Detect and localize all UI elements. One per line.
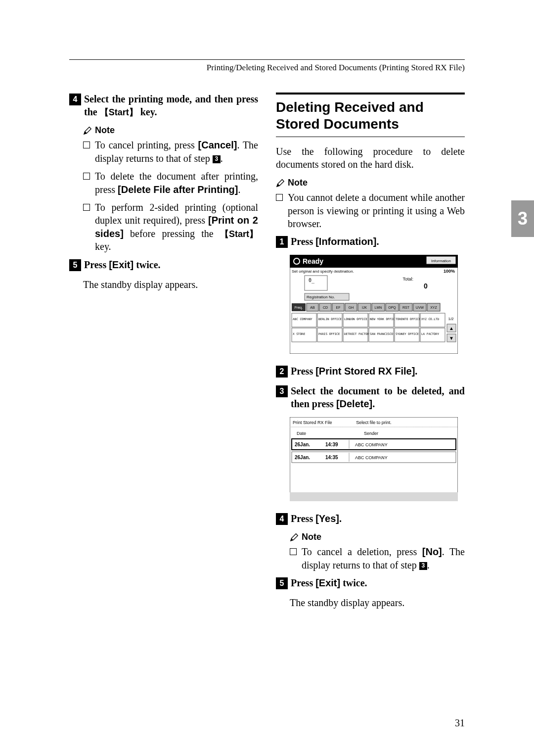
text: . bbox=[221, 153, 223, 164]
svg-text:LMN: LMN bbox=[375, 306, 382, 309]
step-4: 4 Select the printing mode, and then pre… bbox=[69, 93, 258, 118]
list-item: To perform 2-sided printing (optional du… bbox=[83, 201, 258, 253]
step-2: 2 Press [Print Stored RX File]. bbox=[276, 365, 465, 378]
right-column: Deleting Received and Stored Documents U… bbox=[276, 93, 465, 616]
svg-text:BERLIN OFFICE: BERLIN OFFICE bbox=[318, 317, 342, 321]
svg-text:ABC COMPANY: ABC COMPANY bbox=[355, 442, 388, 447]
step-3: 3 Select the document to be deleted, and… bbox=[276, 384, 465, 410]
svg-text:26Jan.: 26Jan. bbox=[295, 455, 310, 460]
cancel-label: [Cancel] bbox=[198, 140, 237, 150]
svg-text:Sender: Sender bbox=[364, 431, 378, 436]
text: Select the document to be deleted, and t… bbox=[291, 385, 465, 409]
svg-rect-81 bbox=[290, 492, 458, 501]
svg-text:GH: GH bbox=[349, 306, 354, 309]
svg-text:Total:: Total: bbox=[402, 277, 413, 282]
svg-text:Date: Date bbox=[297, 431, 306, 436]
text: To cancel a deletion, press bbox=[302, 546, 422, 557]
svg-text:▲: ▲ bbox=[449, 326, 454, 331]
step-text: Select the printing mode, and then press… bbox=[84, 93, 258, 118]
text: Press bbox=[291, 577, 315, 588]
left-column: 4 Select the printing mode, and then pre… bbox=[69, 93, 258, 616]
note-heading: Note bbox=[290, 532, 465, 542]
note-heading: Note bbox=[276, 178, 465, 188]
svg-text:Select file to print.: Select file to print. bbox=[356, 420, 392, 425]
svg-text:DETROIT FACTORY: DETROIT FACTORY bbox=[344, 332, 371, 335]
yes-label: [Yes] bbox=[315, 513, 339, 524]
step-text: Press [Information]. bbox=[291, 235, 379, 248]
svg-text:OPQ: OPQ bbox=[388, 306, 396, 310]
svg-text:100%: 100% bbox=[444, 269, 455, 274]
text: . bbox=[427, 560, 430, 570]
standby-text: The standby display appears. bbox=[83, 278, 258, 291]
bullet-icon bbox=[290, 548, 297, 555]
pencil-icon bbox=[276, 179, 285, 188]
bullet-icon bbox=[276, 194, 283, 201]
list-item: To cancel a deletion, press [No]. The di… bbox=[290, 545, 465, 571]
step-4b: 4 Press [Yes]. bbox=[276, 512, 465, 525]
text: key. bbox=[138, 106, 157, 117]
svg-text:ABC COMPANY: ABC COMPANY bbox=[355, 455, 388, 460]
svg-text:XYZ: XYZ bbox=[430, 306, 437, 309]
step-number-icon: 5 bbox=[276, 577, 288, 589]
step-text: Select the document to be deleted, and t… bbox=[291, 384, 465, 410]
bullet-icon bbox=[83, 204, 90, 211]
print-stored-rx-label: [Print Stored RX File] bbox=[315, 366, 415, 377]
step-number-icon: 3 bbox=[276, 385, 288, 397]
page-number: 31 bbox=[455, 717, 465, 729]
text: Press bbox=[84, 259, 109, 270]
text: To cancel printing, press bbox=[95, 140, 198, 150]
step-number-icon: 4 bbox=[276, 513, 288, 525]
text: You cannot delete a document while anoth… bbox=[288, 191, 465, 230]
svg-text:Ready: Ready bbox=[303, 257, 323, 265]
text: . bbox=[377, 236, 379, 247]
svg-text:X STORE: X STORE bbox=[293, 332, 306, 335]
start-key: Start bbox=[220, 229, 258, 240]
header-rule bbox=[69, 59, 465, 60]
svg-text:PARIS OFFICE: PARIS OFFICE bbox=[318, 332, 340, 335]
text: . bbox=[372, 398, 375, 409]
note-list: To cancel printing, press [Cancel]. The … bbox=[83, 139, 258, 253]
step-number-icon: 1 bbox=[276, 236, 288, 248]
text: twice. bbox=[134, 259, 160, 270]
list-item: To delete the document after printing, p… bbox=[83, 170, 258, 196]
svg-text:0_: 0_ bbox=[309, 278, 315, 284]
text: . bbox=[339, 513, 342, 524]
svg-text:Registration No.: Registration No. bbox=[307, 295, 335, 299]
step-ref-icon: 3 bbox=[213, 155, 221, 163]
svg-text:TORONTO OFFICE: TORONTO OFFICE bbox=[396, 317, 421, 321]
svg-text:▼: ▼ bbox=[449, 335, 454, 341]
note-list: You cannot delete a document while anoth… bbox=[276, 191, 465, 230]
text: . bbox=[415, 366, 417, 377]
start-key: Start bbox=[100, 107, 138, 118]
text: Press bbox=[291, 513, 315, 524]
svg-text:UVW: UVW bbox=[416, 306, 424, 309]
running-header: Printing/Deleting Received and Stored Do… bbox=[69, 63, 465, 73]
pencil-icon bbox=[290, 533, 299, 542]
step-5b: 5 Press [Exit] twice. bbox=[276, 576, 465, 589]
step-text: Press [Exit] twice. bbox=[84, 258, 161, 271]
svg-text:LONDON OFFICE: LONDON OFFICE bbox=[344, 317, 367, 321]
svg-text:Set original and specify desti: Set original and specify destination. bbox=[292, 269, 354, 274]
list-item: You cannot delete a document while anoth… bbox=[276, 191, 465, 230]
step-5: 5 Press [Exit] twice. bbox=[69, 258, 258, 271]
svg-text:Freq.: Freq. bbox=[295, 306, 303, 310]
step-text: Press [Yes]. bbox=[291, 512, 342, 525]
svg-text:26Jan.: 26Jan. bbox=[295, 442, 310, 447]
information-label: [Information] bbox=[315, 236, 376, 247]
step-ref-icon: 3 bbox=[419, 562, 427, 570]
svg-text:ABC COMPANY: ABC COMPANY bbox=[293, 317, 312, 321]
exit-label: [Exit] bbox=[109, 259, 134, 270]
svg-text:EF: EF bbox=[336, 306, 341, 309]
svg-text:LA FACTORY: LA FACTORY bbox=[421, 332, 440, 335]
text: Press bbox=[291, 236, 315, 247]
svg-text:14:39: 14:39 bbox=[325, 442, 338, 447]
svg-text:14:35: 14:35 bbox=[325, 455, 338, 460]
note-label: Note bbox=[302, 532, 321, 542]
delete-after-print-label: [Delete File after Printing] bbox=[118, 184, 238, 195]
svg-text:Information: Information bbox=[431, 259, 451, 263]
pencil-icon bbox=[83, 126, 92, 135]
step-1: 1 Press [Information]. bbox=[276, 235, 465, 248]
svg-text:IJK: IJK bbox=[362, 306, 367, 309]
text: twice. bbox=[340, 577, 367, 588]
bullet-icon bbox=[83, 173, 90, 180]
